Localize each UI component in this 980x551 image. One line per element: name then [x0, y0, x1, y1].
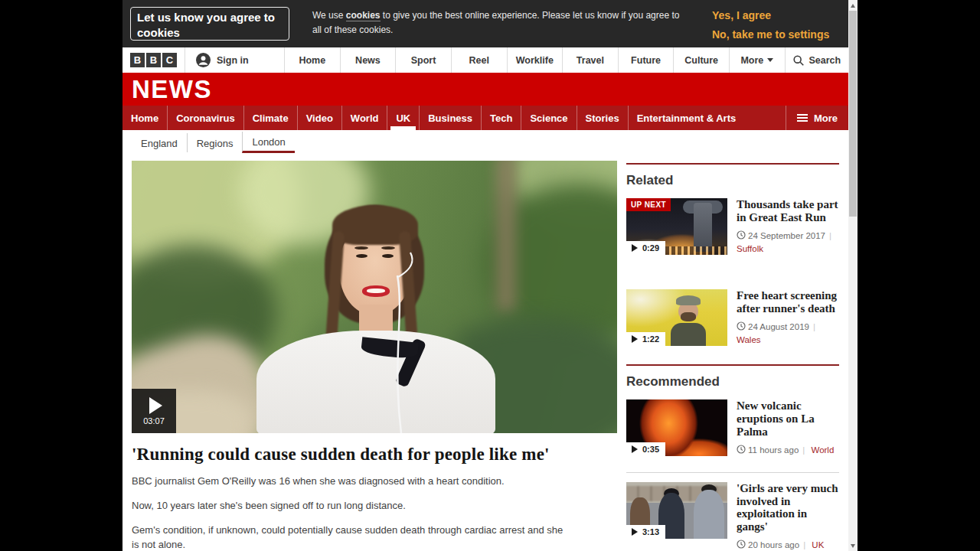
news-masthead-title[interactable]: NEWS: [132, 75, 212, 104]
header-search-button[interactable]: Search: [785, 47, 848, 73]
news-nav-home[interactable]: Home: [122, 106, 167, 130]
clock-icon: [737, 445, 746, 454]
related-item-title[interactable]: Thousands take part in Great East Run: [737, 198, 839, 224]
nav-label: Stories: [586, 112, 619, 124]
news-nav-science[interactable]: Science: [521, 106, 576, 130]
cookie-agree-button[interactable]: Yes, I agree: [712, 9, 829, 21]
meta-separator: |: [802, 445, 805, 455]
header-nav-culture[interactable]: Culture: [673, 47, 729, 73]
duration-label: 0:29: [642, 243, 659, 253]
thumbnail-yellow-field[interactable]: 1:22: [626, 289, 727, 346]
video-play-button[interactable]: 03:07: [132, 389, 176, 433]
nav-label: Culture: [684, 55, 718, 66]
news-nav-more-button[interactable]: More: [786, 106, 848, 130]
category-link-suffolk[interactable]: Suffolk: [737, 244, 763, 253]
scrollbar-thumb[interactable]: [849, 11, 857, 217]
spacer: [626, 457, 839, 472]
header-nav-more[interactable]: More: [729, 47, 785, 73]
recommended-item-la-palma[interactable]: 0:35 New volcanic eruptions on La Palma …: [626, 399, 839, 457]
scrollbar-up-button[interactable]: [848, 0, 858, 11]
category-link-world[interactable]: World: [812, 445, 835, 455]
header-nav-reel[interactable]: Reel: [451, 47, 507, 73]
play-icon: [632, 528, 638, 536]
news-nav-business[interactable]: Business: [419, 106, 481, 130]
thumbnail-volcano[interactable]: 0:35: [626, 399, 727, 456]
item-date: 24 August 2019: [748, 322, 809, 331]
nav-label: Tech: [490, 112, 512, 124]
caret-down-icon: [767, 58, 773, 62]
subnav-regions[interactable]: Regions: [187, 133, 243, 152]
cookie-banner-title: Let us know you agree to cookies: [130, 7, 289, 41]
scrollbar-down-button[interactable]: [848, 540, 858, 551]
related-item-great-east-run[interactable]: UP NEXT 0:29 Thousands take part in Grea…: [626, 198, 839, 256]
cookie-message-pre: We use: [312, 10, 346, 21]
video-duration-chip: 0:29: [626, 241, 665, 255]
signin-icon: [196, 53, 211, 67]
spacer: [626, 347, 839, 362]
news-nav-entertainment-arts[interactable]: Entertainment & Arts: [628, 106, 745, 130]
header-nav-worklife[interactable]: Worklife: [507, 47, 563, 73]
news-nav-world[interactable]: World: [341, 106, 387, 130]
bbc-news-page: Let us know you agree to cookies We use …: [122, 0, 848, 551]
article-paragraph: BBC journalist Gem O'Reilly was 16 when …: [132, 474, 565, 489]
article-headline: 'Running could cause sudden death for pe…: [132, 445, 617, 465]
cookie-message-cookies-link[interactable]: cookies: [346, 10, 381, 21]
nav-label: UK: [396, 112, 410, 124]
clock-icon: [737, 321, 746, 331]
subnav-london-selected[interactable]: London: [242, 132, 294, 153]
header-nav: Home News Sport Reel Worklife Travel Fut…: [284, 47, 848, 73]
nav-label: Home: [299, 55, 325, 66]
recommended-heading: Recommended: [626, 374, 839, 390]
bbc-logo-block: C: [162, 53, 177, 67]
news-nav-video[interactable]: Video: [297, 106, 341, 130]
thumbnail-night-run[interactable]: UP NEXT 0:29: [626, 198, 727, 255]
sidebar: Related UP NEXT 0:29 Thousands take part…: [626, 161, 839, 551]
article-paragraph: Gem's condition, if unknown, could poten…: [132, 523, 565, 551]
related-heading: Related: [626, 173, 839, 188]
news-nav-climate[interactable]: Climate: [243, 106, 297, 130]
article-paragraph: Now, 10 years later she's been signed of…: [132, 499, 565, 514]
recommended-item-gangs[interactable]: 3:13 'Girls are very much involved in ex…: [626, 482, 839, 551]
news-nav-stories[interactable]: Stories: [577, 106, 628, 130]
news-nav-uk-selected[interactable]: UK: [387, 106, 419, 130]
nav-label: Science: [530, 112, 567, 124]
cookie-settings-button[interactable]: No, take me to settings: [712, 28, 829, 41]
related-item-heart-screening[interactable]: 1:22 Free heart screening after runner's…: [626, 289, 839, 347]
news-nav-coronavirus[interactable]: Coronavirus: [167, 106, 243, 130]
recommended-item-title[interactable]: 'Girls are very much involved in exploit…: [737, 482, 839, 533]
meta-separator: |: [813, 322, 815, 331]
vertical-scrollbar[interactable]: [848, 0, 858, 551]
bbc-logo[interactable]: B B C: [122, 47, 185, 73]
thumbnail-teens[interactable]: 3:13: [626, 482, 727, 539]
recommended-item-title[interactable]: New volcanic eruptions on La Palma: [737, 399, 839, 438]
up-next-badge: UP NEXT: [626, 198, 671, 211]
header-nav-future[interactable]: Future: [618, 47, 674, 73]
category-link-uk[interactable]: UK: [812, 540, 824, 549]
sign-in-button[interactable]: Sign in: [185, 47, 284, 73]
video-duration-chip: 3:13: [626, 525, 665, 539]
category-link-wales[interactable]: Wales: [737, 335, 761, 344]
duration-label: 3:13: [642, 527, 659, 536]
news-masthead: NEWS: [122, 73, 848, 106]
cookie-banner-message: We use cookies to give you the best onli…: [312, 8, 689, 37]
duration-label: 0:35: [642, 445, 659, 454]
item-date: 24 September 2017: [748, 231, 825, 240]
header-nav-news[interactable]: News: [340, 47, 396, 73]
nav-label: Entertainment & Arts: [637, 112, 737, 124]
header-nav-travel[interactable]: Travel: [562, 47, 618, 73]
news-nav-tech[interactable]: Tech: [481, 106, 521, 130]
header-nav-sport[interactable]: Sport: [395, 47, 451, 73]
nav-label: More: [814, 112, 838, 124]
nav-label: England: [141, 138, 178, 149]
thumbnail-detail: [694, 203, 712, 252]
item-date: 11 hours ago: [748, 445, 799, 455]
nav-label: Future: [631, 55, 661, 66]
thumbnail-detail: [671, 323, 706, 346]
header-nav-home[interactable]: Home: [284, 47, 340, 73]
sign-in-label: Sign in: [217, 55, 249, 66]
subnav-england[interactable]: England: [132, 133, 187, 152]
related-item-title[interactable]: Free heart screening after runner's deat…: [737, 289, 839, 315]
article-video-player[interactable]: 03:07: [132, 161, 617, 433]
nav-label: Sport: [411, 55, 436, 66]
nav-label: Coronavirus: [176, 112, 235, 124]
